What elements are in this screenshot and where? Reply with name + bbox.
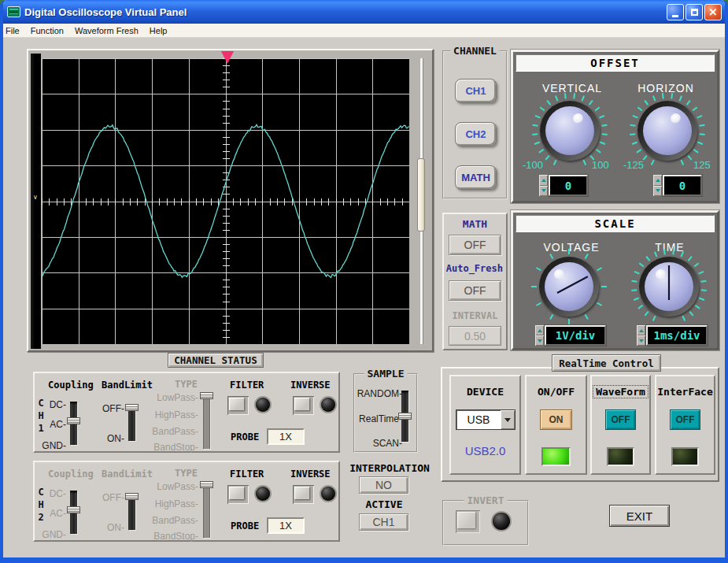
- filter-label: FILTER: [230, 469, 264, 480]
- spin-up-icon[interactable]: [653, 175, 662, 186]
- device-dropdown[interactable]: USB: [456, 409, 516, 430]
- realtime-control-panel: DEVICE USB USB2.0 ON/OFF ON WaveForm OFF…: [441, 367, 719, 482]
- probe-value[interactable]: 1X: [267, 428, 305, 445]
- vertical-offset-value: 0: [549, 175, 588, 196]
- type-label: TYPE: [175, 468, 198, 479]
- bandlimit-slider-thumb: [125, 493, 139, 500]
- vertical-offset-knob[interactable]: [530, 91, 609, 170]
- interpolation-value-button[interactable]: NO: [359, 476, 408, 494]
- power-led: [541, 447, 571, 466]
- lowpass-label: LowPass-: [157, 481, 198, 492]
- voltage-spinner: [535, 325, 544, 346]
- spin-down-icon[interactable]: [539, 186, 548, 197]
- coupling-slider-thumb[interactable]: [67, 417, 80, 424]
- bandlimit-slider-thumb[interactable]: [125, 404, 139, 411]
- interval-label: INTERVAL: [444, 310, 506, 321]
- bl-on-label: ON-: [107, 522, 124, 533]
- menu-file[interactable]: File: [0, 26, 25, 35]
- minimize-icon: [672, 15, 678, 17]
- math-off-button[interactable]: OFF: [449, 235, 501, 255]
- filter-button[interactable]: [227, 396, 249, 415]
- close-button[interactable]: ✕: [704, 4, 722, 20]
- random-label: RANDOM-: [357, 388, 402, 399]
- inverse-label: INVERSE: [290, 469, 331, 480]
- maximize-button[interactable]: [686, 4, 703, 20]
- ch1-status-panel: CH1 Coupling DC- AC- GND- BandLimit OFF-…: [33, 372, 340, 453]
- exit-button[interactable]: EXIT: [609, 505, 670, 527]
- type-slider-thumb: [200, 392, 213, 399]
- ac-label: AC-: [50, 419, 66, 430]
- type-slider-track: [203, 394, 210, 449]
- minimize-button[interactable]: [667, 4, 684, 20]
- scope-display-frame: ∨: [27, 49, 434, 352]
- active-value-button[interactable]: CH1: [359, 513, 408, 531]
- coupling-label: Coupling: [48, 469, 94, 480]
- menu-waveform-fresh[interactable]: Waveform Fresh: [69, 26, 144, 35]
- math-label: MATH: [444, 218, 506, 230]
- maximize-icon: [691, 9, 698, 16]
- type-slider-thumb: [200, 481, 213, 488]
- device-label: DEVICE: [451, 386, 519, 398]
- bandlimit-label: BandLimit: [102, 469, 153, 480]
- realtime-control-header: RealTime Control: [552, 354, 661, 372]
- scope-scrollbar-thumb[interactable]: [417, 158, 425, 231]
- sample-slider-thumb[interactable]: [398, 413, 412, 420]
- waveform-led: [607, 447, 634, 466]
- auto-fresh-off-button[interactable]: OFF: [449, 280, 501, 301]
- knob-sphere: [545, 106, 594, 155]
- time-scale-value: 1ms/div: [646, 325, 708, 346]
- bandstop-label: BandStop-: [153, 442, 198, 453]
- bl-off-label: OFF-: [102, 492, 124, 503]
- power-on-button[interactable]: ON: [540, 409, 572, 430]
- horizon-offset-value: 0: [663, 175, 702, 196]
- vertical-max-label: 100: [592, 159, 609, 171]
- channel-group: CHANNEL CH1 CH2 MATH: [442, 50, 508, 199]
- spin-up-icon[interactable]: [535, 325, 544, 335]
- coupling-slider-thumb: [67, 506, 80, 513]
- dropdown-arrow-button[interactable]: [501, 410, 515, 429]
- probe-label: PROBE: [231, 520, 259, 532]
- ac-label: AC-: [50, 508, 66, 519]
- spin-down-icon[interactable]: [535, 335, 544, 346]
- highpass-label: HighPass-: [155, 498, 198, 509]
- math-button[interactable]: MATH: [455, 165, 497, 190]
- spin-down-icon[interactable]: [653, 186, 662, 197]
- channel-group-title: CHANNEL: [450, 45, 500, 57]
- window-title: Digital Oscilloscope Virtual Panel: [24, 6, 187, 18]
- close-icon: ✕: [709, 6, 718, 18]
- horizon-max-label: 125: [693, 159, 711, 171]
- menu-function[interactable]: Function: [25, 26, 69, 35]
- spin-up-icon[interactable]: [539, 175, 548, 186]
- dc-label: DC-: [50, 399, 66, 410]
- inverse-button[interactable]: [293, 485, 314, 504]
- ch2-button[interactable]: CH2: [455, 122, 497, 146]
- time-scale-knob[interactable]: [630, 247, 708, 326]
- invert-button[interactable]: [456, 510, 480, 533]
- ch2-status-panel: CH2 Coupling DC- AC- GND- BandLimit OFF-…: [33, 461, 340, 542]
- titlebar[interactable]: Digital Oscilloscope Virtual Panel ✕: [0, 0, 728, 24]
- ch1-button[interactable]: CH1: [455, 79, 497, 103]
- interface-off-button[interactable]: OFF: [670, 409, 700, 430]
- type-slider-track: [203, 483, 210, 538]
- inverse-button[interactable]: [293, 396, 314, 415]
- vertical-min-label: -100: [523, 159, 543, 171]
- horizon-offset-knob[interactable]: [628, 91, 707, 170]
- menu-help[interactable]: Help: [144, 26, 173, 35]
- gnd-label: GND-: [42, 440, 66, 451]
- voltage-scale-knob[interactable]: [530, 247, 608, 326]
- waveform-off-button[interactable]: OFF: [605, 409, 636, 430]
- knob-sphere: [645, 262, 693, 311]
- knob-sphere: [643, 106, 692, 155]
- spin-down-icon[interactable]: [637, 335, 645, 346]
- sample-title: SAMPLE: [364, 368, 408, 380]
- time-spinner: [637, 325, 645, 346]
- filter-button[interactable]: [227, 485, 249, 504]
- invert-label: INVERT: [464, 494, 508, 506]
- probe-value[interactable]: 1X: [267, 517, 305, 534]
- probe-label: PROBE: [231, 432, 259, 443]
- knob-highlight: [573, 113, 583, 124]
- scope-left-scrollbar[interactable]: ∨: [31, 54, 41, 349]
- offset-title: OFFSET: [516, 54, 715, 72]
- trigger-marker-icon[interactable]: [221, 51, 234, 64]
- spin-up-icon[interactable]: [637, 325, 645, 335]
